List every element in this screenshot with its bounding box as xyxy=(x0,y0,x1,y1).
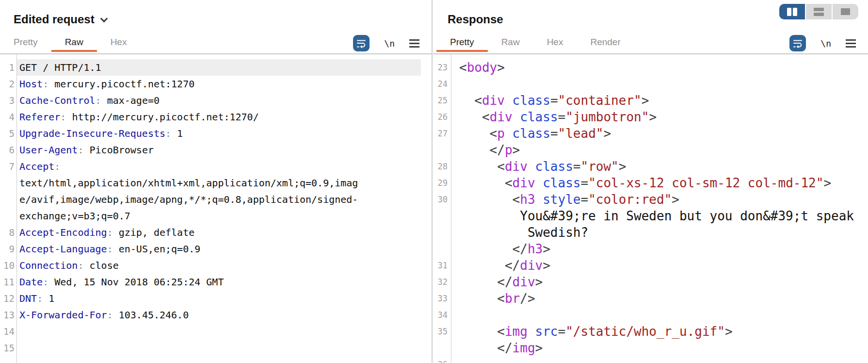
request-title-label: Edited request xyxy=(14,13,95,26)
line-number: 1 xyxy=(0,59,15,76)
code-line[interactable]: 3Cache-Control: max-age=0 xyxy=(0,92,432,109)
code-line[interactable]: 23<body> xyxy=(433,59,868,76)
code-text: You&#39;re in Sweden but you don&#39;t s… xyxy=(459,209,854,223)
line-number: 28 xyxy=(433,158,448,175)
code-line[interactable]: 30 <h3 style="color:red"> xyxy=(433,191,868,208)
chevron-down-icon xyxy=(100,15,108,22)
line-number: 9 xyxy=(0,241,15,257)
line-number: 27 xyxy=(433,125,448,142)
code-line[interactable]: 11Date: Wed, 15 Nov 2018 06:25:24 GMT xyxy=(0,274,432,290)
code-line[interactable]: 35 <img src="/static/who_r_u.gif"> xyxy=(433,323,868,340)
code-line[interactable]: 10Connection: close xyxy=(0,257,432,274)
code-line[interactable]: 6User-Agent: PicoBrowser xyxy=(0,142,432,158)
code-line[interactable]: 28 <div class="row"> xyxy=(433,158,868,175)
code-line[interactable]: e/avif,image/webp,image/apng,*/*;q=0.8,a… xyxy=(0,191,432,208)
tab-pretty[interactable]: Pretty xyxy=(436,34,488,52)
code-line[interactable]: 31 </div> xyxy=(433,257,868,274)
code-line[interactable]: You&#39;re in Sweden but you don&#39;t s… xyxy=(433,208,868,224)
single-layout-icon xyxy=(841,8,850,15)
code-line[interactable]: 26 <div class="jumbotron"> xyxy=(433,109,868,125)
code-line[interactable]: </h3> xyxy=(433,241,868,257)
code-line[interactable]: 1GET / HTTP/1.1 xyxy=(0,59,432,76)
code-line[interactable]: exchange;v=b3;q=0.7 xyxy=(0,208,432,224)
panel-splitter[interactable] xyxy=(432,0,433,363)
code-line[interactable]: 24 xyxy=(433,76,868,92)
tab-pretty[interactable]: Pretty xyxy=(0,34,51,52)
show-newlines-button[interactable]: \n xyxy=(384,38,395,49)
tab-raw[interactable]: Raw xyxy=(488,34,533,52)
code-line[interactable]: 25 <div class="container"> xyxy=(433,92,868,109)
line-number: 36 xyxy=(433,356,448,363)
line-number: 6 xyxy=(0,142,15,158)
line-number: 15 xyxy=(0,340,15,356)
word-wrap-icon xyxy=(792,37,804,49)
rows-layout-button[interactable] xyxy=(806,4,832,19)
response-tab-bar: Pretty Raw Hex Render xyxy=(436,34,634,52)
code-text: <div class="container"> xyxy=(459,93,649,108)
code-line[interactable]: 34 xyxy=(433,307,868,323)
code-line[interactable]: </p> xyxy=(433,142,868,158)
code-text: <div class="row"> xyxy=(459,159,626,174)
code-text: <br/> xyxy=(459,291,535,306)
single-layout-button[interactable] xyxy=(833,4,858,19)
tab-hex[interactable]: Hex xyxy=(97,34,141,52)
line-number: 10 xyxy=(0,257,15,274)
code-line[interactable]: </img> xyxy=(433,340,868,356)
line-number: 24 xyxy=(433,76,448,92)
show-newlines-button[interactable]: \n xyxy=(820,38,831,49)
line-number: 29 xyxy=(433,175,448,191)
code-text: Cache-Control: max-age=0 xyxy=(19,95,160,106)
request-editor[interactable]: 1GET / HTTP/1.12Host: mercury.picoctf.ne… xyxy=(0,59,432,363)
word-wrap-toggle-button[interactable] xyxy=(789,35,806,51)
code-line[interactable]: 5Upgrade-Insecure-Requests: 1 xyxy=(0,125,432,142)
tab-raw[interactable]: Raw xyxy=(51,34,97,52)
header-divider xyxy=(0,53,432,54)
code-text: <div class="col-xs-12 col-sm-12 col-md-1… xyxy=(459,176,831,190)
code-line[interactable]: 32 </div> xyxy=(433,274,868,290)
tab-render[interactable]: Render xyxy=(577,34,634,52)
code-line[interactable]: 29 <div class="col-xs-12 col-sm-12 col-m… xyxy=(433,175,868,191)
code-line[interactable]: 13X-Forwarded-For: 103.45.246.0 xyxy=(0,307,432,323)
tab-hex[interactable]: Hex xyxy=(533,34,577,52)
response-editor[interactable]: 23<body>2425 <div class="container">26 <… xyxy=(433,59,868,363)
code-line[interactable]: text/html,application/xhtml+xml,applicat… xyxy=(0,175,432,191)
line-number: 34 xyxy=(433,307,448,323)
word-wrap-icon xyxy=(355,37,367,49)
response-title-label: Response xyxy=(448,13,503,26)
line-number: 23 xyxy=(433,59,448,76)
code-line[interactable]: 9Accept-Language: en-US,en;q=0.9 xyxy=(0,241,432,257)
line-number: 30 xyxy=(433,191,448,208)
editor-menu-button[interactable] xyxy=(409,39,419,48)
code-line[interactable]: 12DNT: 1 xyxy=(0,290,432,307)
line-number: 31 xyxy=(433,257,448,274)
line-number: 7 xyxy=(0,158,15,175)
word-wrap-toggle-button[interactable] xyxy=(353,35,370,51)
code-line[interactable]: 4Referer: http://mercury.picoctf.net:127… xyxy=(0,109,432,125)
code-line[interactable]: 15 xyxy=(0,340,432,356)
code-line[interactable]: 14 xyxy=(0,323,432,340)
code-line[interactable]: 8Accept-Encoding: gzip, deflate xyxy=(0,224,432,241)
code-line[interactable]: 27 <p class="lead"> xyxy=(433,125,868,142)
code-line[interactable]: 33 <br/> xyxy=(433,290,868,307)
code-line[interactable]: Swedish? xyxy=(433,224,868,241)
code-text: Date: Wed, 15 Nov 2018 06:25:24 GMT xyxy=(19,276,224,288)
columns-layout-icon xyxy=(787,8,797,16)
code-line[interactable]: 36 xyxy=(433,356,868,363)
code-text: </p> xyxy=(459,143,520,157)
code-text: DNT: 1 xyxy=(19,293,54,304)
code-line[interactable]: 7Accept: xyxy=(0,158,432,175)
line-number: 25 xyxy=(433,92,448,109)
hamburger-icon xyxy=(409,39,419,41)
request-title-dropdown[interactable]: Edited request xyxy=(14,13,107,26)
response-title: Response xyxy=(448,13,503,26)
code-text: <div class="jumbotron"> xyxy=(459,110,657,124)
code-line[interactable]: 2Host: mercury.picoctf.net:1270 xyxy=(0,76,432,92)
code-text: User-Agent: PicoBrowser xyxy=(19,144,154,156)
editor-menu-button[interactable] xyxy=(846,39,856,48)
line-number: 32 xyxy=(433,274,448,290)
columns-layout-button[interactable] xyxy=(779,4,805,19)
code-text: Upgrade-Insecure-Requests: 1 xyxy=(19,128,183,139)
code-text: Accept-Encoding: gzip, deflate xyxy=(19,227,194,238)
code-text: Host: mercury.picoctf.net:1270 xyxy=(19,78,194,90)
code-text: </h3> xyxy=(459,242,550,256)
